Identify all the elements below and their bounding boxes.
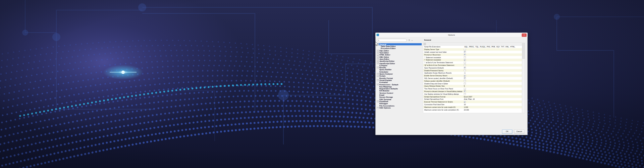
option-row[interactable]: Display Server Type <box>423 48 522 51</box>
close-button[interactable]: × <box>522 34 527 37</box>
option-value[interactable] <box>463 101 522 103</box>
option-value[interactable]: Arial, Plain, 10 <box>463 98 522 100</box>
grid-corner-icon[interactable] <box>424 43 426 45</box>
checkbox-icon[interactable] <box>464 67 466 69</box>
option-row[interactable]: Script File Extensions .SQL, .PROC, .TQL… <box>423 46 522 48</box>
option-value[interactable] <box>463 67 522 69</box>
checkbox-icon[interactable] <box>464 90 466 92</box>
checkbox-icon[interactable] <box>464 83 466 85</box>
option-row[interactable]: Connection Pool Ideal Size 10 <box>423 103 522 106</box>
checkbox-icon[interactable] <box>464 93 466 95</box>
option-value[interactable]: .SQL, .PROC, .TQL, .PLSQL, .PKS, .PKB, .… <box>463 46 522 48</box>
tree-item[interactable]: SSO Options <box>376 107 422 109</box>
option-row[interactable]: SQL Server quoted_identifier (Default) <box>423 77 522 80</box>
checkbox-icon[interactable] <box>464 80 466 82</box>
option-value[interactable]: -1 <box>463 72 522 74</box>
option-value[interactable] <box>463 48 522 50</box>
option-value[interactable] <box>463 77 522 79</box>
checkbox-icon[interactable] <box>464 56 466 58</box>
checkbox-icon[interactable] <box>464 88 466 90</box>
checkbox-icon[interactable] <box>464 101 466 103</box>
tree-item-label: HTML Editor <box>379 54 390 56</box>
option-value[interactable] <box>463 61 522 64</box>
collapse-all-icon[interactable]: ⊼ <box>408 39 411 42</box>
option-value[interactable] <box>463 88 522 90</box>
tree-expander-icon[interactable] <box>377 67 379 69</box>
checkbox-icon[interactable] <box>464 70 466 72</box>
option-value[interactable]: 20,000 <box>463 109 522 111</box>
option-row[interactable]: Maximum content size for code insight (K… <box>423 106 522 109</box>
tree-expander-icon[interactable] <box>377 75 379 77</box>
checkbox-icon[interactable] <box>464 77 466 79</box>
option-row[interactable]: Prompt to discard changes in Visual Edit… <box>423 90 522 93</box>
tree-expander-icon[interactable] <box>377 107 379 109</box>
option-row[interactable]: '@' at End of Line Terminates Statement <box>423 64 522 67</box>
option-row[interactable]: Execute Trimmed Statement in Scripts <box>423 100 522 103</box>
option-row[interactable]: Application Scope Maximum Results -1 <box>423 72 522 74</box>
checkbox-icon[interactable] <box>464 61 466 64</box>
option-row[interactable]: Prompt on Reconnect <box>423 53 522 56</box>
checkbox-icon[interactable] <box>464 75 466 77</box>
tree-expander-icon[interactable] <box>377 58 379 60</box>
option-row[interactable]: Initially expand top level folder <box>423 51 522 53</box>
option-value[interactable]: Excel 2007 <box>463 96 522 98</box>
option-value[interactable] <box>463 75 522 77</box>
tree-expander-icon[interactable] <box>377 60 379 62</box>
tree-expander-icon[interactable] <box>377 79 379 81</box>
option-row[interactable]: Tree Panel Focus on Show Tree Panel <box>423 87 522 90</box>
option-value[interactable]: 1,000 <box>463 106 522 108</box>
options-dialog: Options × ⊼ + General Table Data <box>375 33 528 135</box>
option-row[interactable]: ';' at End of Line Terminates Statement <box>423 61 522 64</box>
tree-expander-icon[interactable] <box>377 54 379 56</box>
option-value[interactable] <box>463 54 522 56</box>
option-row[interactable]: Save Passwords (Default) <box>423 67 522 69</box>
option-label: Maximum content size for code insight (K… <box>423 106 463 108</box>
option-row[interactable]: Disable Drag and Drop in Editor <box>423 82 522 85</box>
tree-item-label: SSO Options <box>379 107 391 109</box>
expand-icon[interactable]: + <box>411 39 413 42</box>
option-row[interactable]: '/' Statement separator <box>423 58 522 61</box>
option-value[interactable]: 5 <box>463 85 522 87</box>
option-row[interactable]: Default Spreadsheet Font Arial, Plain, 1… <box>423 98 522 100</box>
option-row[interactable]: Use floating windows for Visual Editing … <box>423 93 522 95</box>
option-value[interactable] <box>463 59 522 61</box>
tree-expander-icon[interactable] <box>377 56 379 58</box>
option-row[interactable]: Enable Server Directory Mount <box>423 74 522 77</box>
grid-rows: Script File Extensions .SQL, .PROC, .TQL… <box>423 46 522 111</box>
checkbox-icon[interactable] <box>464 64 466 66</box>
title-bar[interactable]: Options × <box>376 33 528 38</box>
option-row[interactable]: Query Window Divider Size 5 <box>423 85 522 87</box>
checkbox-icon[interactable] <box>464 59 466 61</box>
option-label: Execute Trimmed Statement in Scripts <box>423 101 463 103</box>
tree-expander-icon[interactable] <box>377 62 379 65</box>
scrollbar-thumb[interactable] <box>523 43 525 59</box>
cancel-button[interactable]: Cancel <box>514 130 525 134</box>
checkbox-icon[interactable] <box>464 51 466 53</box>
tree-expander-icon[interactable] <box>377 73 379 75</box>
tree-expander-icon[interactable] <box>377 50 379 52</box>
tree-item-label: ER Modeler <box>379 90 389 92</box>
option-value[interactable] <box>463 90 522 92</box>
option-value[interactable]: 10 <box>463 103 522 106</box>
option-row[interactable]: Disable Password Saving <box>423 69 522 72</box>
option-value[interactable] <box>463 51 522 53</box>
option-row[interactable]: ';' Statement separator <box>423 56 522 59</box>
tree-search-box[interactable] <box>377 39 407 42</box>
checkbox-icon[interactable] <box>464 48 466 50</box>
grid-scrollbar[interactable] <box>522 43 525 113</box>
search-input[interactable] <box>380 39 407 42</box>
option-value[interactable] <box>463 64 522 66</box>
option-value[interactable] <box>463 83 522 85</box>
option-row[interactable]: Maximum content size for code completion… <box>423 109 522 111</box>
option-value[interactable] <box>463 70 522 72</box>
tree-expander-icon[interactable] <box>377 52 379 54</box>
tree-expander-icon[interactable] <box>377 84 379 86</box>
tree-expander-icon[interactable] <box>377 100 379 102</box>
option-row[interactable]: Sybase quoted_identifier (Default) <box>423 80 522 82</box>
option-value[interactable] <box>463 56 522 58</box>
option-value[interactable] <box>463 93 522 95</box>
option-value[interactable] <box>463 80 522 82</box>
option-row[interactable]: Default Spreadsheet Format Excel 2007 <box>423 95 522 98</box>
checkbox-icon[interactable] <box>464 54 466 56</box>
ok-button[interactable]: OK <box>502 130 513 134</box>
